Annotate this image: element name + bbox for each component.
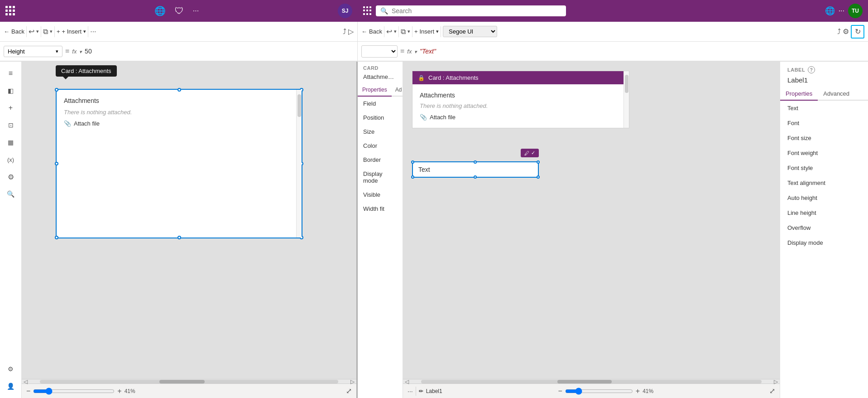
sidebar-icon-menu[interactable]: ≡	[3, 65, 19, 82]
back-arrow-icon: ←	[4, 28, 10, 35]
sidebar-icon-settings[interactable]: ⚙	[3, 169, 19, 185]
font-select[interactable]: Segoe UI	[443, 26, 497, 37]
attach-file-link[interactable]: 📎 Attach file	[64, 120, 291, 127]
property-dropdown[interactable]: Height ▾	[4, 46, 62, 57]
text-handle-bc[interactable]	[474, 175, 477, 179]
text-handle-br[interactable]	[537, 175, 540, 179]
scroll-arrow-right2[interactable]: ▷	[774, 379, 778, 385]
section-field[interactable]: Field	[358, 97, 403, 111]
sidebar-icon-var[interactable]: (x)	[3, 151, 19, 168]
insert-button[interactable]: + + Insert ▾	[57, 28, 86, 35]
prop-overflow[interactable]: Overflow	[780, 220, 868, 235]
handle-tc[interactable]	[177, 88, 181, 92]
section-border[interactable]: Border	[358, 153, 403, 167]
text-handle-tc[interactable]	[474, 160, 477, 164]
scroll-arrow-left2[interactable]: ◁	[405, 379, 409, 385]
sidebar-icon-table[interactable]: ▦	[3, 134, 19, 150]
zoom-minus[interactable]: −	[26, 387, 30, 395]
prop-line-height[interactable]: Line height	[780, 205, 868, 220]
sidebar-icon-search[interactable]: 🔍	[3, 186, 19, 202]
text-element[interactable]: Text	[412, 161, 539, 178]
back-button[interactable]: ← Back	[4, 28, 24, 35]
text-element-toolbar[interactable]: 🖊 ✓	[521, 149, 539, 157]
zoom-slider-right[interactable]	[565, 388, 633, 395]
play-button[interactable]: ▷	[348, 27, 354, 36]
more-icon-right[interactable]: ···	[839, 7, 844, 15]
zoom-plus[interactable]: +	[117, 387, 121, 395]
fx-label-left: fx ▾	[72, 48, 82, 55]
avatar-left[interactable]: SJ	[338, 4, 352, 18]
prop-font-size[interactable]: Font size	[780, 131, 868, 146]
undo-dropdown-right[interactable]: ▾	[394, 29, 397, 34]
prop-auto-height[interactable]: Auto height	[780, 190, 868, 205]
more-toolbar-button[interactable]: ···	[90, 28, 96, 36]
label-tab-properties[interactable]: Properties	[780, 87, 818, 101]
undo-dropdown[interactable]: ▾	[36, 29, 39, 34]
waffle-icon-left[interactable]	[5, 6, 15, 16]
undo-button[interactable]: ↩	[29, 27, 34, 36]
scroll-arrow-right[interactable]: ▷	[350, 379, 355, 385]
insert-button-right[interactable]: +Insert▾	[414, 28, 439, 35]
expand-icon-left[interactable]: ⤢	[346, 387, 352, 395]
zoom-value: 41%	[125, 388, 135, 394]
handle-ml[interactable]	[55, 162, 58, 165]
section-size[interactable]: Size	[358, 125, 403, 139]
paperclip-icon2: 📎	[420, 114, 427, 121]
dropdown-chevron: ▾	[56, 49, 58, 54]
avatar-right[interactable]: TU	[848, 4, 863, 18]
prop-font-style[interactable]: Font style	[780, 160, 868, 175]
text-handle-tl[interactable]	[411, 160, 414, 164]
refresh-button[interactable]: ↻	[851, 25, 864, 39]
tab-properties[interactable]: Properties	[358, 84, 392, 97]
back-button-right[interactable]: ←Back	[361, 28, 382, 35]
more-btn-bottom[interactable]: ···	[408, 388, 413, 395]
section-visible[interactable]: Visible	[358, 188, 403, 202]
section-display-mode[interactable]: Display mode	[358, 167, 403, 188]
help-icon[interactable]: ?	[808, 66, 815, 73]
sidebar-icon-user[interactable]: 👤	[3, 378, 19, 394]
waffle-icon-right[interactable]	[363, 6, 372, 15]
expand-icon-right[interactable]: ⤢	[769, 387, 775, 395]
search-box[interactable]: 🔍	[376, 5, 566, 16]
handle-bc[interactable]	[177, 236, 181, 239]
sidebar-icon-layers[interactable]: ◧	[3, 83, 19, 99]
handle-tl[interactable]	[55, 88, 58, 92]
search-input[interactable]	[392, 7, 561, 15]
search-icon: 🔍	[380, 7, 388, 15]
prop-display-mode[interactable]: Display mode	[780, 235, 868, 250]
copy-button-right[interactable]: ⧉	[401, 28, 406, 36]
text-handle-bl[interactable]	[411, 175, 414, 179]
prop-font-weight[interactable]: Font weight	[780, 146, 868, 160]
sidebar-icon-settings2[interactable]: ⚙	[3, 361, 19, 377]
prop-text[interactable]: Text	[780, 101, 868, 116]
text-content: Text	[418, 166, 430, 173]
more-button-right2[interactable]: ⚙	[843, 27, 849, 36]
share-button-right[interactable]: ⤴	[837, 28, 841, 36]
section-position[interactable]: Position	[358, 111, 403, 125]
text-handle-tr[interactable]	[537, 160, 540, 164]
sidebar-icon-data[interactable]: ⊡	[3, 117, 19, 133]
copy-dropdown[interactable]: ▾	[50, 29, 53, 34]
copy-button[interactable]: ⧉	[43, 28, 48, 36]
sidebar-icon-add[interactable]: +	[3, 100, 19, 116]
zoom-minus-right[interactable]: −	[558, 387, 562, 395]
share-button[interactable]: ⤴	[343, 28, 346, 36]
copy-dropdown-right[interactable]: ▾	[408, 29, 410, 34]
property-dropdown-right[interactable]	[361, 45, 398, 58]
zoom-slider-left[interactable]	[33, 388, 115, 395]
handle-bl[interactable]	[55, 236, 58, 239]
undo-button-right[interactable]: ↩	[386, 27, 392, 36]
card-component[interactable]: Attachments There is nothing attached. 📎…	[56, 89, 302, 238]
card-attach-link[interactable]: 📎 Attach file	[420, 114, 622, 121]
more-icon-top[interactable]: ···	[193, 7, 199, 15]
label-tab-advanced[interactable]: Advanced	[818, 87, 855, 100]
prop-text-alignment[interactable]: Text alignment	[780, 175, 868, 190]
tab-advanced[interactable]: Ad	[392, 84, 403, 96]
section-width-fit[interactable]: Width fit	[358, 202, 403, 216]
prop-font[interactable]: Font	[780, 116, 868, 131]
zoom-plus-right[interactable]: +	[636, 387, 640, 395]
label-title: Label1	[780, 75, 868, 87]
section-color[interactable]: Color	[358, 139, 403, 153]
card-display-widget: 🔒 Card : Attachments Attachments There i…	[412, 71, 629, 128]
scroll-arrow-left[interactable]: ◁	[24, 379, 28, 385]
